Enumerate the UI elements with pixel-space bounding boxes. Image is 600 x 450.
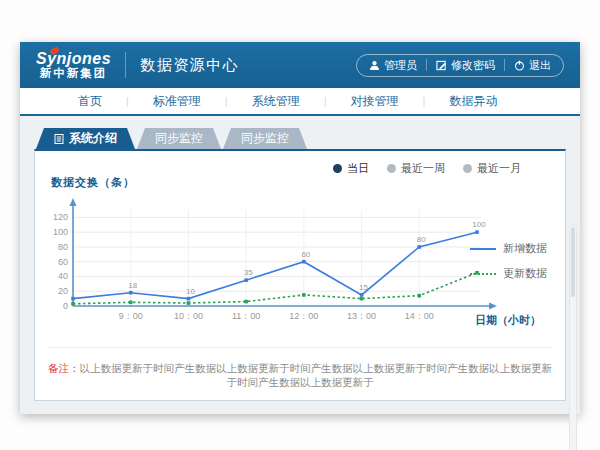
tab-bar: 系统介绍 同步监控 同步监控 xyxy=(36,128,566,149)
svg-text:18: 18 xyxy=(128,281,137,290)
nav-item-data-change[interactable]: 数据异动 xyxy=(425,93,521,110)
line-chart: 0204060801001209：0010：0011：0012：0013：001… xyxy=(43,196,513,324)
radio-last-week[interactable]: 最近一周 xyxy=(387,161,445,176)
svg-text:60: 60 xyxy=(301,250,310,259)
power-icon xyxy=(514,60,525,71)
svg-text:40: 40 xyxy=(58,271,68,281)
tab-sync-monitor-1[interactable]: 同步监控 xyxy=(137,128,221,149)
user-icon xyxy=(369,60,380,71)
svg-text:9：00: 9：00 xyxy=(119,311,143,321)
svg-text:10: 10 xyxy=(186,287,195,296)
radio-last-month[interactable]: 最近一月 xyxy=(463,161,521,176)
nav-item-system-mgmt[interactable]: 系统管理 xyxy=(228,93,324,110)
nav-item-standard-mgmt[interactable]: 标准管理 xyxy=(129,93,225,110)
svg-text:100: 100 xyxy=(53,227,68,237)
green-dotted-swatch xyxy=(470,273,496,275)
change-password-button[interactable]: 修改密码 xyxy=(436,58,495,73)
radio-unselected-icon xyxy=(387,164,396,173)
tab-label: 系统介绍 xyxy=(69,128,117,149)
main-nav: 首页 | 标准管理 | 系统管理 | 对接管理 | 数据异动 xyxy=(20,88,580,116)
x-axis-label: 日期（小时） xyxy=(475,313,541,328)
radio-today[interactable]: 当日 xyxy=(333,161,369,176)
page-title: 数据资源中心 xyxy=(140,56,239,75)
svg-text:60: 60 xyxy=(58,257,68,267)
blue-line-swatch xyxy=(470,248,496,250)
svg-text:100: 100 xyxy=(472,220,486,229)
scrollbar[interactable] xyxy=(569,224,577,450)
nav-item-home[interactable]: 首页 xyxy=(54,93,126,110)
user-menu: 管理员 修改密码 退出 xyxy=(356,54,564,77)
y-axis-label: 数据交换（条） xyxy=(51,175,555,190)
scrollbar-thumb[interactable] xyxy=(571,227,575,297)
logo-text: Synjones xyxy=(36,50,111,68)
change-password-label: 修改密码 xyxy=(451,58,495,73)
app-window: Synjones 新中新集团 数据资源中心 管理员 修改密码 xyxy=(20,42,580,414)
svg-text:0: 0 xyxy=(63,301,68,311)
svg-text:13：00: 13：00 xyxy=(347,311,376,321)
logout-label: 退出 xyxy=(529,58,551,73)
svg-text:12：00: 12：00 xyxy=(289,311,318,321)
svg-text:80: 80 xyxy=(417,235,426,244)
header-bar: Synjones 新中新集团 数据资源中心 管理员 修改密码 xyxy=(20,42,580,88)
svg-text:35: 35 xyxy=(244,268,253,277)
edit-icon xyxy=(436,60,447,71)
range-filter: 当日 最近一周 最近一月 xyxy=(333,161,521,176)
svg-text:20: 20 xyxy=(58,286,68,296)
radio-unselected-icon xyxy=(463,164,472,173)
synjones-logo: Synjones 新中新集团 xyxy=(36,50,111,80)
svg-text:80: 80 xyxy=(58,242,68,252)
document-icon xyxy=(54,134,64,144)
svg-text:14：00: 14：00 xyxy=(405,311,434,321)
content-area: 系统介绍 同步监控 同步监控 当日 最近一周 最近一月 数据交 xyxy=(20,116,580,414)
header-divider xyxy=(125,52,126,78)
logout-button[interactable]: 退出 xyxy=(514,58,551,73)
nav-item-interface-mgmt[interactable]: 对接管理 xyxy=(327,93,423,110)
chart-panel: 当日 最近一周 最近一月 数据交换（条） 0204060801001209：00… xyxy=(34,149,566,401)
current-user[interactable]: 管理员 xyxy=(369,58,417,73)
series-legend: 新增数据 更新数据 xyxy=(470,241,547,291)
legend-item-updated-data: 更新数据 xyxy=(470,266,547,281)
svg-text:15: 15 xyxy=(359,283,368,292)
logo-subtitle: 新中新集团 xyxy=(36,67,111,80)
footnote: 备注：以上数据更新于时间产生数据以上数据更新于时间产生数据以上数据更新于时间产生… xyxy=(47,347,553,390)
footnote-prefix: 备注： xyxy=(48,362,80,374)
footnote-text: 以上数据更新于时间产生数据以上数据更新于时间产生数据以上数据更新于时间产生数据以… xyxy=(80,362,553,388)
radio-selected-icon xyxy=(333,164,342,173)
svg-text:10：00: 10：00 xyxy=(174,311,203,321)
legend-item-new-data: 新增数据 xyxy=(470,241,547,256)
tab-sync-monitor-2[interactable]: 同步监控 xyxy=(223,128,307,149)
user-label: 管理员 xyxy=(384,58,417,73)
tab-system-intro[interactable]: 系统介绍 xyxy=(36,128,135,149)
svg-text:120: 120 xyxy=(53,212,68,222)
svg-text:11：00: 11：00 xyxy=(232,311,260,321)
